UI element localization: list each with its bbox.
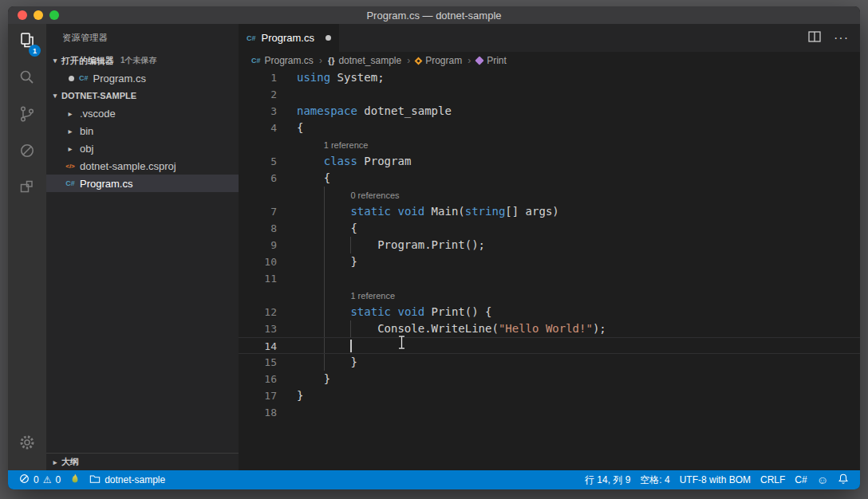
breadcrumb-item[interactable]: Program <box>416 55 462 66</box>
line-number[interactable]: 8 <box>239 220 277 237</box>
codelens-row[interactable]: 0 references <box>239 187 860 203</box>
indentation-status[interactable]: 空格: 4 <box>635 470 674 489</box>
codelens-row[interactable]: 1 reference <box>239 287 860 304</box>
line-number[interactable]: 3 <box>239 103 277 120</box>
split-editor-icon[interactable] <box>808 31 821 45</box>
code-line[interactable]: 8 { <box>239 220 860 237</box>
tree-item[interactable]: ▸obj <box>46 139 239 157</box>
code-line[interactable]: 13 Console.WriteLine("Hello World!"); <box>239 320 860 337</box>
line-number[interactable]: 16 <box>239 371 277 387</box>
code-token: void <box>397 205 424 218</box>
project-selector[interactable]: dotnet-sample <box>85 470 170 489</box>
modified-dot <box>69 76 74 81</box>
tree-item[interactable]: ▸.vscode <box>46 104 239 122</box>
language-label: C# <box>795 474 807 485</box>
code-line[interactable]: 14 <box>239 337 860 354</box>
activity-extensions[interactable] <box>8 171 46 207</box>
csharp-file-icon: C# <box>79 74 89 82</box>
activity-debug[interactable] <box>8 134 46 171</box>
line-number[interactable]: 6 <box>239 170 277 187</box>
search-icon <box>18 68 37 90</box>
notifications[interactable] <box>833 470 854 489</box>
omnisharp-status[interactable] <box>65 470 85 489</box>
bell-icon <box>838 473 849 487</box>
code-line[interactable]: 12 static void Print() { <box>239 304 860 320</box>
line-number[interactable]: 7 <box>239 203 277 220</box>
title-bar: Program.cs — dotnet-sample <box>8 6 860 24</box>
open-editors-header[interactable]: ▾ 打开的编辑器 1个未保存 <box>46 52 239 69</box>
activity-search[interactable] <box>8 61 46 97</box>
minimize-button[interactable] <box>34 10 43 20</box>
code-line[interactable]: 10 } <box>239 253 860 270</box>
encoding-status[interactable]: UTF-8 with BOM <box>675 470 756 489</box>
line-number[interactable]: 14 <box>239 338 277 353</box>
line-number[interactable]: 2 <box>239 86 277 103</box>
code-token: Program.Print(); <box>297 238 485 251</box>
cursor-position[interactable]: 行 14, 列 9 <box>580 470 635 489</box>
text-cursor <box>350 340 352 352</box>
line-number[interactable]: 11 <box>239 270 277 287</box>
code-token: { <box>297 121 303 134</box>
line-number[interactable]: 17 <box>239 387 277 404</box>
code-line[interactable]: 16 } <box>239 371 860 387</box>
codelens-row[interactable]: 1 reference <box>239 136 860 153</box>
breadcrumb-item[interactable]: Print <box>476 55 507 66</box>
activity-explorer[interactable]: 1 <box>8 24 46 61</box>
tab-label: Program.cs <box>262 32 314 44</box>
code-line[interactable]: 1using System; <box>239 69 860 86</box>
language-mode[interactable]: C# <box>790 470 811 489</box>
activity-settings[interactable] <box>8 426 46 462</box>
tree-item[interactable]: </>dotnet-sample.csproj <box>46 157 239 175</box>
line-number[interactable]: 1 <box>239 69 277 86</box>
chevron-right-icon: ▸ <box>64 144 77 153</box>
line-number[interactable]: 13 <box>239 320 277 337</box>
code-line[interactable]: 4{ <box>239 120 860 136</box>
code-line[interactable]: 6 { <box>239 170 860 187</box>
traffic-lights <box>18 10 59 20</box>
code-content <box>277 86 860 103</box>
project-header[interactable]: ▾ DOTNET-SAMPLE <box>46 87 239 104</box>
line-number[interactable]: 15 <box>239 354 277 371</box>
line-number[interactable]: 18 <box>239 404 277 421</box>
zoom-button[interactable] <box>49 10 59 20</box>
codelens-link[interactable]: 1 reference <box>350 291 395 301</box>
breadcrumb-item[interactable]: C#Program.cs <box>251 55 314 66</box>
line-number[interactable] <box>239 136 277 153</box>
tab-program-cs[interactable]: C# Program.cs <box>239 24 339 52</box>
code-line[interactable]: 11 <box>239 270 860 287</box>
code-token: using <box>297 71 330 84</box>
tree-item[interactable]: C#Program.cs <box>46 175 239 192</box>
code-token: "Hello World!" <box>499 322 593 335</box>
line-number[interactable] <box>239 287 277 304</box>
outline-header[interactable]: ▸ 大纲 <box>46 453 239 470</box>
code-line[interactable]: 15 } <box>239 354 860 371</box>
line-number[interactable]: 9 <box>239 237 277 253</box>
tree-item[interactable]: ▸bin <box>46 122 239 139</box>
code-line[interactable]: 5 class Program <box>239 153 860 170</box>
eol-status[interactable]: CRLF <box>756 470 790 489</box>
close-button[interactable] <box>18 10 27 20</box>
chevron-down-icon: ▾ <box>49 92 61 100</box>
codelens-link[interactable]: 1 reference <box>324 140 369 150</box>
problems-status[interactable]: 0 ⚠ 0 <box>14 470 65 489</box>
breadcrumb-item[interactable]: {}dotnet_sample <box>328 55 401 66</box>
code-line[interactable]: 3namespace dotnet_sample <box>239 103 860 120</box>
activity-source-control[interactable] <box>8 97 46 134</box>
open-editor-item[interactable]: C# Program.cs <box>46 69 239 87</box>
csproj-file-icon: </> <box>64 163 77 170</box>
code-editor[interactable]: 1using System;23namespace dotnet_sample4… <box>239 69 860 470</box>
line-number[interactable]: 10 <box>239 253 277 270</box>
line-number[interactable]: 5 <box>239 153 277 170</box>
line-number[interactable] <box>239 187 277 203</box>
line-number[interactable]: 12 <box>239 304 277 320</box>
code-line[interactable]: 9 Program.Print(); <box>239 237 860 253</box>
code-line[interactable]: 2 <box>239 86 860 103</box>
code-lines: 1using System;23namespace dotnet_sample4… <box>239 69 860 421</box>
codelens-link[interactable]: 0 references <box>350 191 399 200</box>
more-actions-icon[interactable]: ··· <box>834 31 849 45</box>
code-line[interactable]: 18 <box>239 404 860 421</box>
code-line[interactable]: 17} <box>239 387 860 404</box>
line-number[interactable]: 4 <box>239 120 277 136</box>
code-line[interactable]: 7 static void Main(string[] args) <box>239 203 860 220</box>
feedback-smiley[interactable]: ☺ <box>812 470 833 489</box>
